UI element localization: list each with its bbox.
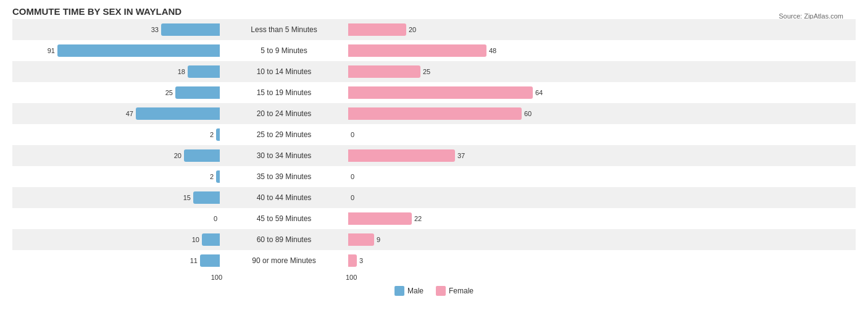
axis-left-label: 100: [211, 274, 222, 281]
male-bar: [216, 128, 220, 141]
female-value: 9: [377, 236, 380, 243]
male-value: 2: [210, 131, 214, 138]
row-label: 25 to 29 Minutes: [222, 130, 346, 139]
male-color-swatch: [394, 286, 404, 296]
table-row: 0 45 to 59 Minutes 22: [12, 208, 856, 229]
female-value: 0: [351, 194, 354, 201]
male-bar: [57, 44, 220, 57]
male-value: 11: [190, 257, 198, 264]
row-label: 35 to 39 Minutes: [222, 172, 346, 181]
female-bar: [348, 44, 486, 57]
female-value: 60: [524, 110, 532, 117]
male-value: 20: [174, 152, 182, 159]
male-value: 33: [151, 26, 159, 33]
row-label: 60 to 89 Minutes: [222, 235, 346, 244]
table-row: 47 20 to 24 Minutes 60: [12, 103, 856, 124]
male-bar: [161, 23, 220, 36]
female-bar: [348, 212, 412, 225]
female-value: 20: [409, 26, 416, 33]
legend-male-label: Male: [407, 287, 424, 295]
male-value: 91: [48, 47, 55, 54]
table-row: 25 15 to 19 Minutes 64: [12, 82, 856, 103]
table-row: 15 40 to 44 Minutes 0: [12, 187, 856, 208]
male-bar: [184, 149, 220, 162]
male-bar: [216, 170, 220, 183]
male-bar: [202, 233, 220, 246]
male-value: 10: [192, 236, 199, 243]
row-label: 20 to 24 Minutes: [222, 109, 346, 118]
female-bar: [348, 65, 420, 78]
table-row: 2 25 to 29 Minutes 0: [12, 124, 856, 145]
axis-right-label: 100: [346, 274, 357, 281]
table-row: 20 30 to 34 Minutes 37: [12, 145, 856, 166]
female-bar: [348, 254, 357, 267]
male-value: 47: [126, 110, 133, 117]
female-value: 3: [359, 257, 363, 264]
female-color-swatch: [436, 286, 446, 296]
table-row: 91 5 to 9 Minutes 48: [12, 40, 856, 61]
male-value: 25: [165, 89, 173, 96]
female-value: 64: [535, 89, 543, 96]
row-label: 30 to 34 Minutes: [222, 151, 346, 160]
chart-title: COMMUTE TIME BY SEX IN WAYLAND: [12, 6, 856, 17]
legend-female-label: Female: [449, 287, 474, 295]
female-bar: [348, 233, 374, 246]
female-value: 0: [351, 131, 354, 138]
table-row: 10 60 to 89 Minutes 9: [12, 229, 856, 250]
male-bar: [175, 86, 220, 99]
female-value: 0: [351, 173, 354, 180]
row-label: 5 to 9 Minutes: [222, 46, 346, 55]
male-bar: [188, 65, 220, 78]
male-value: 0: [214, 215, 217, 222]
row-label: 90 or more Minutes: [222, 256, 346, 265]
female-value: 48: [489, 47, 496, 54]
row-label: 15 to 19 Minutes: [222, 88, 346, 97]
male-bar: [200, 254, 220, 267]
female-value: 25: [423, 68, 430, 75]
table-row: 2 35 to 39 Minutes 0: [12, 166, 856, 187]
legend-male: Male: [394, 286, 424, 296]
male-value: 18: [178, 68, 185, 75]
female-bar: [348, 149, 455, 162]
male-value: 2: [210, 173, 214, 180]
row-label: 10 to 14 Minutes: [222, 67, 346, 76]
female-value: 37: [457, 152, 465, 159]
female-bar: [348, 23, 406, 36]
male-value: 15: [183, 194, 191, 201]
table-row: 33 Less than 5 Minutes 20: [12, 19, 856, 40]
male-bar: [136, 107, 220, 120]
chart-container: 33 Less than 5 Minutes 20 91 5 to 9 Minu…: [12, 19, 856, 271]
female-bar: [348, 107, 522, 120]
male-bar: [193, 191, 220, 204]
female-bar: [348, 86, 533, 99]
table-row: 11 90 or more Minutes 3: [12, 250, 856, 271]
table-row: 18 10 to 14 Minutes 25: [12, 61, 856, 82]
row-label: 45 to 59 Minutes: [222, 214, 346, 223]
row-label: 40 to 44 Minutes: [222, 193, 346, 202]
female-value: 22: [414, 215, 422, 222]
row-label: Less than 5 Minutes: [222, 25, 346, 34]
legend-female: Female: [436, 286, 474, 296]
